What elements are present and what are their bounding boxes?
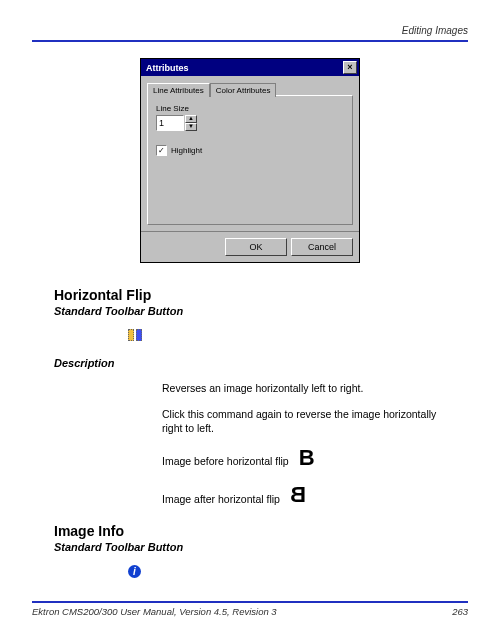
tab-line-attributes[interactable]: Line Attributes — [147, 83, 210, 97]
attributes-dialog: Attributes × Line Attributes Color Attri… — [140, 58, 360, 263]
spin-up-icon[interactable]: ▲ — [185, 115, 197, 123]
info-icon: i — [128, 565, 141, 578]
highlight-label: Highlight — [171, 146, 202, 155]
example-before-row: Image before horizontal flip B — [162, 448, 468, 468]
highlight-checkbox[interactable]: ✓ — [156, 145, 167, 156]
horizontal-flip-icon — [128, 329, 142, 341]
heading-image-info: Image Info — [54, 523, 468, 539]
line-size-input[interactable] — [156, 115, 184, 131]
after-flip-label: Image after horizontal flip — [162, 493, 280, 505]
line-size-label: Line Size — [156, 104, 344, 113]
header-section-label: Editing Images — [32, 25, 468, 36]
page-footer: Ektron CMS200/300 User Manual, Version 4… — [32, 601, 468, 617]
letter-b-after: B — [290, 485, 306, 505]
letter-b-before: B — [299, 448, 315, 468]
dialog-screenshot: Attributes × Line Attributes Color Attri… — [32, 58, 468, 263]
close-icon[interactable]: × — [343, 61, 357, 74]
ok-button[interactable]: OK — [225, 238, 287, 256]
dialog-title: Attributes — [146, 63, 189, 73]
header-rule — [32, 40, 468, 42]
heading-horizontal-flip: Horizontal Flip — [54, 287, 468, 303]
spin-down-icon[interactable]: ▼ — [185, 123, 197, 131]
tab-color-attributes[interactable]: Color Attributes — [210, 83, 277, 97]
description-para-2: Click this command again to reverse the … — [162, 407, 448, 435]
page-number: 263 — [452, 606, 468, 617]
description-para-1: Reverses an image horizontally left to r… — [162, 381, 448, 395]
dialog-titlebar: Attributes × — [141, 59, 359, 76]
tab-panel: Line Size ▲ ▼ ✓ Highlight — [147, 95, 353, 225]
subheading-description: Description — [54, 357, 468, 369]
subheading-toolbar-button: Standard Toolbar Button — [54, 305, 468, 317]
before-flip-label: Image before horizontal flip — [162, 455, 289, 467]
subheading-toolbar-button-2: Standard Toolbar Button — [54, 541, 468, 553]
footer-text: Ektron CMS200/300 User Manual, Version 4… — [32, 606, 277, 617]
footer-rule — [32, 601, 468, 603]
cancel-button[interactable]: Cancel — [291, 238, 353, 256]
example-after-row: Image after horizontal flip B — [162, 485, 468, 505]
